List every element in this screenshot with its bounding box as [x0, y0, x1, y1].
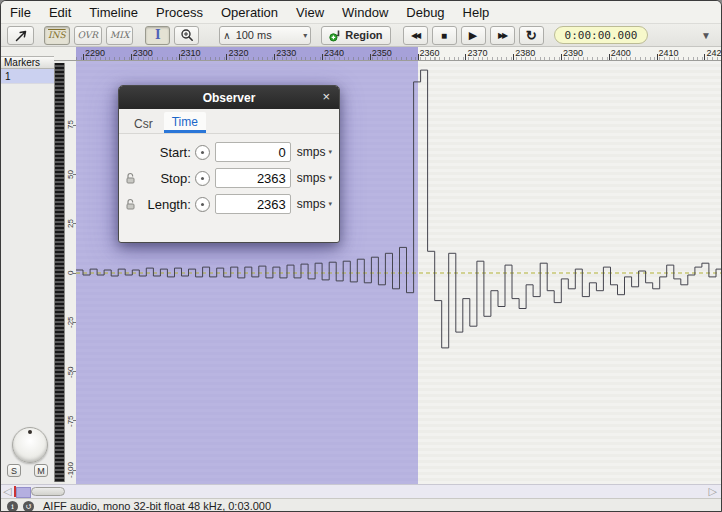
zoom-tool-button[interactable]	[174, 26, 199, 45]
amplitude-ruler-label: -100	[65, 455, 75, 485]
overwrite-mode-button[interactable]: OVR	[74, 26, 103, 45]
time-display: 0:00:00.000	[554, 26, 649, 44]
timeline-ruler-label: 2410	[659, 48, 679, 58]
select-tool-button[interactable]: I	[145, 26, 170, 45]
start-label: Start:	[137, 145, 191, 160]
stop-unit-dropdown-icon[interactable]: ▾	[328, 174, 332, 182]
observer-tab-bar: Csr Time	[119, 109, 339, 134]
region-button[interactable]: Region	[321, 26, 390, 45]
timeline-ruler-label: 2390	[563, 48, 583, 58]
menu-edit[interactable]: Edit	[40, 3, 80, 22]
stop-row: Stop: 2363 smps ▾	[119, 167, 339, 189]
timeline-major-tick	[657, 54, 658, 60]
amplitude-ruler-label: 0	[65, 258, 75, 288]
menu-debug[interactable]: Debug	[397, 3, 453, 22]
observer-dialog-titlebar[interactable]: Observer ×	[119, 86, 339, 109]
amplitude-ruler[interactable]: 7550250-25-50-75-100	[65, 61, 76, 484]
pan-knob[interactable]	[12, 427, 48, 463]
timeline-major-tick	[418, 54, 419, 60]
stop-input[interactable]: 2363	[215, 168, 291, 188]
rewind-button[interactable]: ◀◀	[403, 26, 428, 45]
timeline-major-tick	[322, 54, 323, 60]
stop-button[interactable]: ■	[432, 26, 457, 45]
timeline-major-tick	[609, 54, 610, 60]
loop-button[interactable]: ↻	[519, 26, 544, 45]
insert-mode-button[interactable]: INS	[44, 26, 70, 45]
play-button[interactable]: ▶	[461, 26, 486, 45]
amplitude-ruler-label: -50	[65, 357, 75, 387]
chevron-down-icon: ▾	[303, 31, 307, 40]
stop-label: Stop:	[137, 171, 191, 186]
fast-forward-icon: ▶▶	[498, 31, 506, 40]
mute-button[interactable]: M	[34, 464, 48, 477]
marker-list-item[interactable]: 1	[1, 69, 54, 84]
solo-button[interactable]: S	[7, 464, 21, 477]
menu-view[interactable]: View	[287, 3, 333, 22]
start-unit-dropdown-icon[interactable]: ▾	[328, 148, 332, 156]
solo-label: S	[11, 466, 17, 476]
stop-icon: ■	[441, 30, 447, 41]
insert-mode-label: INS	[48, 30, 66, 40]
close-icon[interactable]: ×	[322, 89, 330, 104]
tab-csr[interactable]: Csr	[126, 112, 161, 133]
zoom-preset-dropdown[interactable]: ∧ 100 ms ▾	[219, 26, 311, 45]
horizontal-scrollbar[interactable]: ◁ ▷	[1, 484, 721, 498]
fast-forward-button[interactable]: ▶▶	[490, 26, 515, 45]
scroll-right-icon[interactable]: ▷	[709, 485, 717, 498]
amplitude-ruler-label: -25	[65, 307, 75, 337]
start-row: Start: 0 smps ▾	[119, 141, 339, 163]
length-unit-dropdown-icon[interactable]: ▾	[328, 200, 332, 208]
scrollbar-thumb[interactable]	[31, 487, 65, 496]
ibeam-cursor-icon: I	[155, 28, 161, 42]
overwrite-mode-label: OVR	[78, 30, 99, 40]
toolbar-overflow-icon[interactable]: ▼	[701, 30, 711, 41]
menu-help[interactable]: Help	[454, 3, 499, 22]
region-icon	[329, 29, 341, 42]
timeline-major-tick	[370, 54, 371, 60]
length-spin-icon[interactable]	[195, 197, 210, 212]
amplitude-ruler-label: 50	[65, 160, 75, 190]
timeline-major-tick	[226, 54, 227, 60]
length-input[interactable]: 2363	[215, 194, 291, 214]
timeline-major-tick	[465, 54, 466, 60]
timeline-ruler[interactable]: 2290230023102320233023402350236023702380…	[76, 47, 722, 61]
pointer-arrow-icon	[14, 28, 28, 42]
mix-mode-button[interactable]: MIX	[106, 26, 133, 45]
status-history-icon[interactable]: ↺	[23, 501, 34, 512]
magnifier-icon	[180, 28, 194, 42]
menu-window[interactable]: Window	[333, 3, 397, 22]
stop-lock-icon[interactable]	[125, 172, 137, 184]
scroll-left-icon[interactable]: ◁	[3, 485, 11, 498]
length-lock-icon[interactable]	[125, 198, 137, 210]
menu-operation[interactable]: Operation	[212, 3, 287, 22]
timeline-major-tick	[83, 54, 84, 60]
tab-time-label: Time	[172, 115, 198, 129]
amplitude-ruler-label: 75	[65, 110, 75, 140]
vertical-zoom-strip[interactable]	[54, 63, 65, 482]
stop-spin-icon[interactable]	[195, 171, 210, 186]
marker-item-label: 1	[5, 71, 11, 82]
menu-timeline[interactable]: Timeline	[80, 3, 147, 22]
timeline-major-tick	[513, 54, 514, 60]
pointer-tool-button[interactable]	[7, 26, 34, 45]
menu-file[interactable]: File	[1, 3, 40, 22]
menu-process[interactable]: Process	[147, 3, 212, 22]
knob-pointer-dot	[28, 430, 32, 434]
timeline-major-tick	[704, 54, 705, 60]
tab-time[interactable]: Time	[164, 112, 206, 133]
start-spin-icon[interactable]	[195, 145, 210, 160]
stop-unit-label: smps	[297, 171, 326, 185]
timeline-ruler-label: 2330	[276, 48, 296, 58]
audio-editor-window: File Edit Timeline Process Operation Vie…	[0, 0, 722, 512]
timeline-ruler-label: 2360	[420, 48, 440, 58]
timeline-ruler-label: 2320	[228, 48, 248, 58]
file-info-text: AIFF audio, mono 32-bit float 48 kHz, 0:…	[43, 500, 271, 512]
status-bar: i ↺ AIFF audio, mono 32-bit float 48 kHz…	[1, 498, 721, 512]
timeline-major-tick	[561, 54, 562, 60]
timeline-ruler-label: 2310	[181, 48, 201, 58]
mute-label: M	[37, 466, 45, 476]
start-unit-label: smps	[297, 145, 326, 159]
selection-overview	[16, 487, 31, 498]
status-info-icon[interactable]: i	[7, 501, 18, 512]
start-input[interactable]: 0	[215, 142, 291, 162]
